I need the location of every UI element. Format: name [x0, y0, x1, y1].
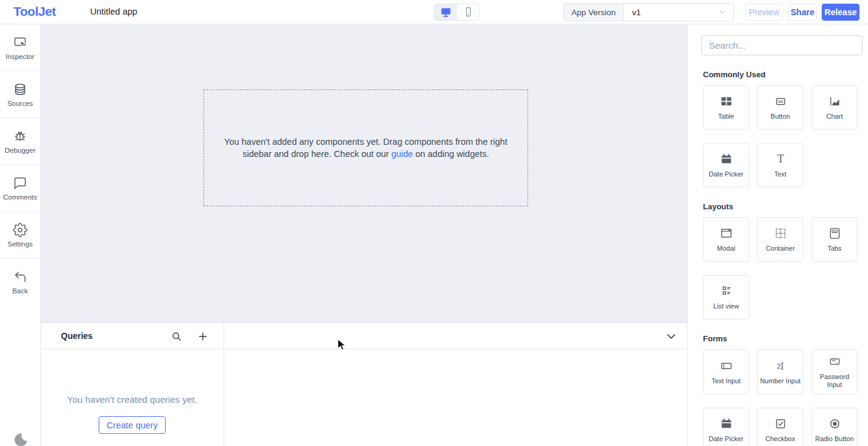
- sidebar-item-back[interactable]: Back: [0, 259, 40, 305]
- widget-label: Button: [771, 113, 790, 120]
- tooljet-logo[interactable]: ToolJet: [13, 4, 56, 19]
- svg-text:**: **: [831, 359, 836, 364]
- widget-label: List view: [713, 302, 739, 310]
- checkbox-icon: [774, 417, 788, 431]
- widget-card-text[interactable]: T Text: [757, 143, 803, 187]
- svg-text:OK: OK: [778, 100, 784, 103]
- widget-label: Number Input: [760, 377, 801, 385]
- datepicker-icon: [719, 417, 733, 431]
- app-version-value: v1: [624, 4, 718, 21]
- widget-card-number-input[interactable]: 2 Number Input: [757, 349, 803, 394]
- section-title-forms: Forms: [703, 334, 868, 343]
- moon-icon: [12, 432, 29, 446]
- release-button[interactable]: Release: [822, 4, 859, 21]
- widget-card-chart[interactable]: Chart: [811, 85, 858, 130]
- widget-card-table[interactable]: Table: [703, 85, 749, 130]
- sources-icon: [13, 82, 27, 97]
- inspector-icon: [13, 35, 27, 50]
- listview-icon: [719, 284, 733, 298]
- sidebar-item-debugger[interactable]: Debugger: [0, 118, 40, 165]
- sidebar-item-inspector[interactable]: Inspector: [0, 24, 40, 71]
- widget-card-text-input[interactable]: Text Input: [703, 349, 749, 394]
- widget-search-input[interactable]: [701, 35, 863, 55]
- widget-card-password-input[interactable]: ** Password Input: [811, 349, 858, 394]
- widget-label: Table: [718, 113, 734, 120]
- debugger-icon: [13, 129, 27, 144]
- widget-label: Checkbox: [766, 435, 796, 443]
- section-title-commonly-used: Commonly Used: [703, 70, 868, 79]
- query-search-icon[interactable]: [170, 330, 183, 343]
- widget-label: Date Picker: [709, 170, 744, 178]
- numberinput-icon: 2: [774, 359, 788, 373]
- widget-label: Modal: [717, 245, 735, 253]
- widget-card-button[interactable]: OK Button: [757, 85, 803, 130]
- widget-card-container[interactable]: Container: [757, 217, 803, 262]
- textinput-icon: [719, 359, 733, 373]
- svg-text:T: T: [777, 153, 783, 165]
- desktop-icon: [439, 5, 453, 19]
- dark-mode-toggle[interactable]: [12, 432, 29, 446]
- comments-icon: [13, 176, 27, 190]
- widget-card-checkbox[interactable]: Checkbox: [757, 408, 803, 446]
- app-title[interactable]: Untitled app: [90, 7, 137, 16]
- sidebar-item-sources[interactable]: Sources: [0, 71, 40, 118]
- guide-link[interactable]: guide: [391, 149, 412, 159]
- app-header: ToolJet Untitled app App Version v1 Prev…: [0, 0, 868, 24]
- container-icon: [774, 226, 788, 240]
- sidebar-item-settings[interactable]: Settings: [0, 212, 40, 259]
- widget-card-date-picker[interactable]: Date Picker: [703, 143, 749, 187]
- share-button[interactable]: Share: [788, 4, 817, 21]
- widget-grid-commonly-used: Table OK Button Chart Date Picker T Text: [703, 85, 868, 187]
- left-sidebar: Inspector Sources Debugger Comments Sett…: [0, 24, 41, 446]
- button-icon: OK: [774, 94, 788, 108]
- widget-label: Text: [774, 170, 786, 178]
- widget-card-date-picker-forms[interactable]: Date Picker: [703, 408, 749, 446]
- sidebar-item-label: Settings: [7, 240, 33, 248]
- chevron-down-icon: [718, 4, 733, 21]
- query-panel-header: Queries: [41, 323, 687, 349]
- query-panel-divider: [224, 323, 224, 446]
- widget-sidebar: Commonly Used Table OK Button Chart Date…: [687, 24, 868, 446]
- sidebar-item-comments[interactable]: Comments: [0, 165, 40, 212]
- preview-button[interactable]: Preview: [745, 4, 783, 21]
- query-panel: Queries You haven't created queries yet.…: [41, 322, 687, 446]
- back-icon: [13, 270, 27, 284]
- widget-label: Radio Button: [815, 435, 854, 443]
- widget-grid-layouts: Modal Container Tabs List view: [703, 217, 868, 319]
- widget-label: Date Picker: [709, 435, 744, 443]
- app-canvas[interactable]: You haven't added any components yet. Dr…: [41, 24, 687, 322]
- device-layout-toggle: [434, 4, 480, 21]
- mobile-icon: [462, 6, 475, 18]
- radiobutton-icon: [828, 417, 842, 431]
- section-title-layouts: Layouts: [703, 202, 868, 211]
- empty-canvas-drop-zone[interactable]: You haven't added any components yet. Dr…: [203, 89, 528, 206]
- sidebar-item-label: Debugger: [5, 147, 36, 154]
- collapse-panel-chevron-icon[interactable]: [664, 330, 679, 343]
- mobile-layout-button[interactable]: [457, 4, 479, 20]
- widget-grid-forms: Text Input 2 Number Input ** Password In…: [703, 349, 868, 446]
- queries-title: Queries: [61, 331, 93, 341]
- svg-text:2: 2: [777, 362, 780, 369]
- datepicker-icon: [719, 152, 733, 166]
- widget-card-tabs[interactable]: Tabs: [811, 217, 858, 262]
- app-version-select[interactable]: App Version v1: [563, 3, 734, 21]
- sidebar-item-label: Inspector: [5, 53, 34, 60]
- sidebar-item-label: Back: [12, 287, 28, 294]
- app-version-label: App Version: [564, 4, 624, 21]
- create-query-button[interactable]: Create query: [99, 416, 166, 434]
- widget-label: Container: [766, 245, 795, 253]
- widget-card-radio-button[interactable]: Radio Button: [811, 408, 858, 446]
- add-query-icon[interactable]: [196, 330, 210, 343]
- widget-label: Text Input: [711, 377, 741, 385]
- sidebar-item-label: Comments: [3, 193, 37, 201]
- widget-label: Tabs: [827, 245, 841, 253]
- widget-label: Chart: [827, 113, 843, 120]
- passwordinput-icon: **: [828, 355, 842, 369]
- widget-card-list-view[interactable]: List view: [703, 275, 749, 319]
- desktop-layout-button[interactable]: [434, 4, 457, 20]
- queries-empty-message: You haven't created queries yet.: [41, 394, 224, 405]
- table-icon: [719, 94, 733, 108]
- widget-label: Password Input: [813, 373, 856, 389]
- widget-card-modal[interactable]: Modal: [703, 217, 749, 262]
- chart-icon: [828, 94, 842, 108]
